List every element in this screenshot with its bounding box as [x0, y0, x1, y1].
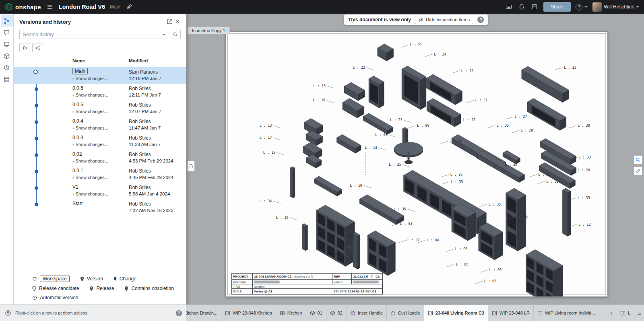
document-tab-wip-living-room-individ[interactable]: WIP Living room Individ... [534, 305, 597, 321]
callout-leader [425, 54, 432, 57]
callout-label: L : 11 [332, 244, 345, 248]
address-redacted [254, 281, 280, 283]
version-row-0-0-1[interactable]: 0.0.1Rob StilesShow changes...4:45 PM Fe… [14, 166, 186, 183]
versions-panel: Versions and history Name Modified MainS… [14, 14, 186, 305]
show-changes-toggle[interactable]: Show changes... [72, 76, 108, 81]
tabs-menu-button[interactable] [634, 305, 644, 321]
callout-label: L : 26 [463, 118, 476, 122]
filter-branches-button[interactable] [19, 43, 30, 52]
legend-label: Automatic version [40, 295, 78, 300]
callout-label: L : 35 [394, 207, 406, 211]
version-row-v1[interactable]: V1Rob StilesShow changes...5:58 AM Jan 4… [14, 183, 186, 199]
banner-help-icon[interactable] [477, 16, 484, 23]
drawing-sheet[interactable]: L : 21L : 24L : 22L : 25L : 32L : 15L : … [225, 31, 608, 297]
document-tab-01[interactable]: 01 [306, 305, 326, 321]
part-tab-icon [350, 311, 355, 316]
bom-table-icon[interactable] [1, 74, 13, 85]
copy-link-icon[interactable] [125, 3, 133, 11]
version-author: Rob Stiles [129, 86, 151, 91]
version-row-0-0-6[interactable]: 0.0.6Rob StilesShow changes...12:11 PM J… [14, 84, 186, 100]
show-changes-toggle[interactable]: Show changes... [72, 126, 108, 130]
document-tab-cut-handle[interactable]: Cut Handle [387, 305, 424, 321]
tabs-scroll-left-button[interactable] [607, 305, 617, 321]
version-row-0-0-4[interactable]: 0.0.4Rob StilesShow changes...11:47 AM J… [14, 117, 186, 133]
document-tab-02[interactable]: 02 [326, 305, 347, 321]
model-cube-icon[interactable] [1, 50, 13, 62]
version-row-main[interactable]: MainSam ParsonsShow changes...12:18 PM J… [14, 67, 186, 84]
tab-label: 23-048 Living Room C3 [436, 311, 484, 315]
version-row-0-02[interactable]: 0.02Rob StilesShow changes...4:53 PM Feb… [14, 150, 186, 166]
onshape-hexagon-icon [5, 3, 13, 11]
part-tab-icon [330, 311, 335, 316]
ruler-icon [635, 168, 641, 174]
search-history-input[interactable] [19, 30, 168, 39]
share-button[interactable]: Share [543, 2, 571, 12]
document-tab-wip-23-048-lr[interactable]: WIP 23-048 LR [488, 305, 534, 321]
callout-label: L : 35 [538, 173, 551, 177]
onshape-logo[interactable]: onshape [5, 3, 41, 11]
legend-label: Release candidate [39, 286, 79, 291]
part-tab-icon [390, 311, 396, 316]
version-row-start[interactable]: StartRob Stiles7:22 AM Nov 16 2023 [14, 199, 186, 216]
notifications-bell-icon[interactable] [518, 3, 526, 11]
callout-label: L : 15 [314, 84, 326, 88]
sheet-browser-handle[interactable] [188, 161, 195, 171]
account-menu[interactable]: Will Hirschtick [592, 2, 639, 12]
hide-inspection-items-label: Hide inspection items [426, 17, 470, 22]
eye-slash-icon [419, 17, 424, 23]
legend-label: Release [96, 286, 114, 291]
document-tab-kitchen-drawin[interactable]: Kitchen Drawin... [186, 305, 221, 321]
open-in-new-icon[interactable] [165, 18, 173, 26]
document-tab-wip-23-048-kitchen[interactable]: WIP 23-048 Kitchen [221, 305, 276, 321]
filter-merges-button[interactable] [32, 43, 43, 52]
workspace-dot [33, 70, 38, 74]
client-label: CLIENT [334, 280, 343, 283]
callout-leader [273, 138, 281, 140]
version-row-0-0-3[interactable]: 0.0.3Rob StilesShow changes...11:38 AM J… [14, 133, 186, 150]
history-clock-icon[interactable] [1, 62, 13, 73]
graphics-area[interactable]: This document is view only Hide inspecti… [186, 14, 644, 305]
document-tab-kitchen[interactable]: Kitchen [276, 305, 306, 321]
callout-leader [402, 165, 410, 167]
document-tab-l[interactable]: L [617, 305, 634, 321]
versions-history-icon[interactable] [1, 15, 13, 27]
whats-new-icon[interactable] [530, 3, 539, 11]
comments-icon[interactable] [1, 27, 13, 38]
show-changes-toggle[interactable]: Show changes... [72, 158, 108, 163]
left-toolbar [0, 14, 14, 305]
footer-help-icon[interactable] [176, 310, 182, 316]
tab-label: WIP 23-048 Kitchen [233, 311, 272, 315]
avatar [592, 2, 602, 12]
hide-inspection-items-button[interactable]: Hide inspection items [415, 16, 473, 24]
show-changes-toggle[interactable]: Show changes... [72, 175, 108, 180]
search-button[interactable] [170, 30, 181, 39]
document-tab-23-048-living-room-c3[interactable]: 23-048 Living Room C3 [424, 305, 488, 321]
document-tab-inset-handle[interactable]: Inset Handle [347, 305, 387, 321]
callout-label: L : 05 [456, 262, 469, 266]
keyboard-shortcuts-icon[interactable] [505, 3, 513, 11]
show-changes-toggle[interactable]: Show changes... [72, 191, 108, 196]
callout-leader [398, 240, 406, 243]
show-changes-toggle[interactable]: Show changes... [72, 109, 108, 114]
version-time: 11:47 AM Jan 7 [129, 126, 161, 130]
follow-mode-icon[interactable] [1, 39, 13, 50]
callout-leader [529, 175, 537, 177]
inspect-button[interactable] [634, 155, 642, 164]
expand-chevron-icon [72, 142, 76, 147]
drawing-shapes [290, 44, 576, 296]
show-changes-toggle[interactable]: Show changes... [72, 93, 108, 97]
close-icon[interactable] [173, 18, 182, 26]
version-row-0-0-5[interactable]: 0.0.5Rob StilesShow changes...12:07 PM J… [14, 100, 186, 117]
part-tab-icon [310, 311, 315, 316]
show-changes-toggle[interactable]: Show changes... [72, 142, 108, 147]
callout-label: L : 35 [515, 215, 528, 219]
drawing-tab-icon [428, 311, 433, 316]
help-menu[interactable] [576, 4, 588, 10]
search-options-caret-icon[interactable] [163, 34, 166, 35]
callout-label: L : 35 [505, 163, 518, 167]
main-menu-icon[interactable] [46, 3, 54, 11]
support-icon[interactable] [4, 309, 12, 317]
callout-leader [273, 201, 281, 204]
measure-button[interactable] [634, 167, 642, 175]
sheet-view-tab[interactable]: Isometric Copy 1 [188, 27, 230, 34]
